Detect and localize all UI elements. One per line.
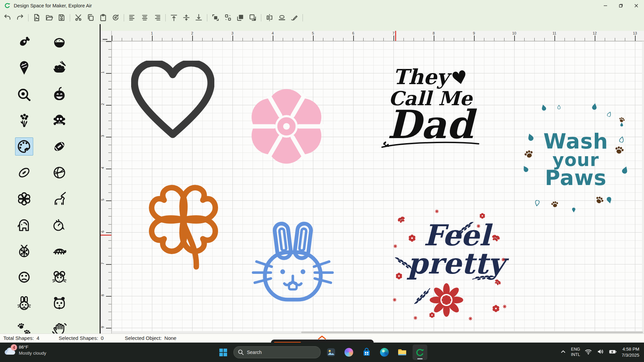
canvas-top-spacer — [101, 24, 644, 31]
align-left-button[interactable] — [127, 13, 138, 23]
start-button[interactable] — [216, 345, 230, 360]
undo-button[interactable] — [3, 13, 13, 23]
sidebar-item-seashell[interactable] — [50, 216, 68, 234]
search-highlight-image[interactable] — [310, 348, 319, 357]
weld-button[interactable] — [289, 13, 300, 23]
horizontal-ruler: 12345678910111213 — [112, 31, 644, 41]
new-project-button[interactable] — [32, 13, 42, 23]
sidebar-item-bunny-face[interactable] — [15, 294, 33, 312]
redo-button[interactable] — [15, 13, 25, 23]
save-project-button[interactable] — [57, 13, 67, 23]
toolbar-separator — [207, 14, 207, 21]
taskbar-app-photos[interactable] — [324, 345, 338, 360]
butterfly-icon — [396, 216, 406, 224]
search-icon — [238, 349, 244, 355]
paste-button[interactable] — [98, 13, 108, 23]
canvas-area: 12345678910111213 123456789 — [101, 24, 644, 334]
ungroup-button[interactable] — [223, 13, 233, 23]
send-to-back-button[interactable] — [248, 13, 258, 23]
v-ruler-number: 2 — [101, 103, 105, 105]
canvas-object-feel-pretty[interactable]: Feel pretty — [393, 206, 507, 327]
paw-print-icon — [550, 200, 559, 208]
big-flower-icon — [429, 283, 464, 317]
sidebar-item-mouse-face[interactable] — [50, 268, 68, 286]
sidebar-item-elephant[interactable] — [15, 216, 33, 234]
sparkle-icon — [477, 224, 480, 228]
canvas-object-heart[interactable] — [131, 61, 214, 140]
align-right-button[interactable] — [152, 13, 162, 23]
wash-line1: Wash — [523, 132, 629, 152]
canvas-object-bunny[interactable] — [251, 220, 335, 309]
taskbar-app-design-space[interactable] — [413, 345, 427, 360]
align-middle-button[interactable] — [181, 13, 192, 23]
sidebar-item-football-outline[interactable] — [15, 164, 33, 182]
cut-button[interactable] — [73, 13, 84, 23]
canvas-object-wash-your-paws[interactable]: Wash your Paws — [523, 103, 629, 215]
canvas-horizontal-scrollbar[interactable] — [112, 331, 644, 334]
open-project-button[interactable] — [44, 13, 54, 23]
taskbar-app-file-explorer[interactable] — [395, 345, 410, 360]
language-indicator[interactable]: ENG INTL — [571, 347, 580, 357]
sidebar-item-dog-face[interactable] — [50, 294, 68, 312]
taskbar-app-store[interactable] — [359, 345, 374, 360]
ladybug-icon — [16, 243, 32, 259]
align-center-button[interactable] — [140, 13, 150, 23]
tray-chevron-icon[interactable] — [560, 349, 566, 356]
sidebar-item-ladybug[interactable] — [15, 242, 33, 260]
sidebar-item-flower[interactable] — [15, 190, 33, 208]
design-canvas[interactable]: They♥ Call Me Dad Wash your Paw — [112, 41, 644, 331]
sidebar-item-skull-crossbones[interactable] — [50, 111, 68, 129]
sidebar-item-football[interactable] — [50, 137, 68, 156]
close-button[interactable] — [629, 0, 644, 11]
align-bottom-button[interactable] — [194, 13, 204, 23]
volume-icon[interactable] — [597, 348, 604, 357]
h-ruler-number: 5 — [312, 31, 314, 35]
clock[interactable]: 4:58 PM 7/3/2025 — [622, 346, 639, 358]
small-flower-icon — [395, 273, 402, 280]
flatten-button[interactable] — [277, 13, 287, 23]
sidebar-item-ice-cream-cone[interactable] — [15, 59, 33, 77]
battery-icon[interactable] — [609, 348, 617, 357]
dad-flourish — [380, 139, 481, 150]
weather-alert-badge: 4 — [11, 344, 17, 351]
weather-widget[interactable]: 4 86°F Mostly cloudy — [4, 345, 46, 356]
taskbar-app-edge[interactable] — [377, 345, 392, 360]
edge-icon — [380, 348, 389, 357]
maximize-button[interactable] — [613, 0, 629, 11]
minimize-button[interactable] — [598, 0, 613, 11]
total-shapes-label: Total Shapes: — [3, 335, 34, 341]
taskbar-app-copilot[interactable] — [341, 345, 356, 360]
sidebar-item-meat[interactable] — [15, 33, 33, 51]
sidebar-item-flower-bouquet[interactable] — [15, 111, 33, 129]
sidebar-item-noodle-bowl[interactable] — [50, 59, 68, 77]
sidebar-item-sad-face[interactable] — [15, 268, 33, 286]
sidebar-item-volleyball[interactable] — [50, 164, 68, 182]
sidebar-item-dog-leash[interactable] — [50, 190, 68, 208]
rotate-lock-button[interactable] — [111, 13, 121, 23]
bring-to-front-button[interactable] — [235, 13, 246, 23]
football-icon — [52, 139, 67, 154]
sidebar-item-paint-palette[interactable] — [15, 137, 33, 156]
fried-egg-pan-icon — [16, 86, 32, 102]
canvas-object-pink-flower[interactable] — [248, 87, 325, 167]
wash-line3: Paws — [523, 168, 629, 188]
elephant-icon — [16, 217, 32, 233]
search-input[interactable]: Search — [233, 346, 321, 358]
file-explorer-icon — [397, 348, 407, 357]
canvas-object-clover[interactable] — [138, 172, 229, 277]
canvas-vertical-scrollbar[interactable] — [642, 41, 644, 331]
group-button[interactable] — [211, 13, 221, 23]
copy-button[interactable] — [86, 13, 96, 23]
sidebar-item-rice-bowl[interactable] — [50, 33, 68, 51]
sidebar-item-fried-egg-pan[interactable] — [15, 85, 33, 103]
canvas-object-dad-text[interactable]: They♥ Call Me Dad — [374, 67, 487, 152]
v-ruler-number: 8 — [101, 294, 105, 296]
sidebar-item-jack-o-lantern[interactable] — [50, 85, 68, 103]
wifi-icon[interactable] — [585, 348, 592, 357]
align-top-button[interactable] — [169, 13, 179, 23]
flip-horizontal-button[interactable] — [265, 13, 275, 23]
sidebar-item-turtle[interactable] — [50, 242, 68, 260]
selected-shapes-value: 0 — [101, 335, 104, 341]
water-drop-icon — [535, 200, 540, 206]
h-ruler-number: 12 — [593, 31, 597, 35]
